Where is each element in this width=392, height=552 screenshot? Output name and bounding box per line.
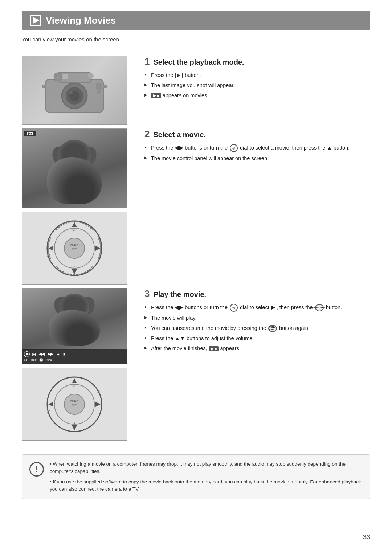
svg-rect-11	[103, 85, 107, 88]
page-title: Viewing Movies	[46, 15, 116, 26]
svg-text:MF: MF	[72, 384, 77, 388]
svg-text:MF: MF	[72, 228, 77, 232]
svg-text:M: M	[57, 76, 60, 79]
note-icon: !	[29, 462, 44, 477]
svg-rect-10	[42, 85, 46, 88]
svg-text:↗: ↗	[95, 232, 100, 238]
note-content: • When watching a movie on a computer, f…	[50, 461, 363, 493]
movie-rewind-icon: ⏮	[32, 352, 36, 356]
svg-text:⊙: ⊙	[73, 266, 76, 269]
step-2-row: ▶■ 2 Select a movie. Press the ◀▶ button…	[22, 128, 370, 208]
svg-marker-35	[72, 425, 77, 430]
movie-time-display: ⚙ 0'00" 🕐 19:43	[24, 358, 125, 363]
svg-point-6	[88, 73, 94, 79]
step-1-row: M 1 Select the playback mode. Press the …	[22, 56, 370, 125]
movie-settings-icon: ⚙	[24, 358, 28, 363]
svg-rect-8	[96, 83, 102, 90]
note-bullet-1: • When watching a movie on a computer, f…	[50, 461, 363, 475]
movie-badge-small: ▶■	[27, 132, 33, 135]
dial-row-2: FUNC SET ↙ ↗	[22, 368, 370, 441]
divider	[22, 48, 370, 48]
page: Viewing Movies You can view your movies …	[0, 0, 392, 552]
dial-image-1: FUNC SET	[22, 212, 127, 285]
step-2-extra-space	[134, 212, 370, 216]
step-1-bullet-3: ▶ ■ appears on movies.	[144, 92, 370, 99]
dial-row-1: FUNC SET	[22, 212, 370, 285]
play-icon-header	[30, 15, 41, 26]
step-3-bullet-1: Press the ◀▶ buttons or turn the ◎ dial …	[144, 304, 370, 312]
movie-time: 0'00"	[30, 358, 37, 362]
svg-point-9	[97, 90, 101, 94]
func-set-icon-step3a: FUNCSET	[315, 304, 324, 311]
dial-icon-step2: ◎	[230, 144, 238, 152]
step-1-bullets: Press the button. The last image you sho…	[144, 71, 370, 99]
step-2-bullets: Press the ◀▶ buttons or turn the ◎ dial …	[144, 144, 370, 162]
func-set-icon-step3b: FUNC SET	[268, 325, 277, 332]
movie-fastforward-icon: ⏭	[56, 352, 60, 356]
svg-text:◀: ◀	[50, 247, 53, 250]
movie-controls-buttons: ⏮ ◀◀ ▶▶ ⏭ ■	[24, 351, 125, 357]
svg-marker-36	[48, 402, 53, 407]
movie-stop-icon: ■	[63, 352, 66, 356]
note-box: ! • When watching a movie on a computer,…	[22, 454, 370, 499]
movie-controls-bar: ⏮ ◀◀ ▶▶ ⏭ ■ ⚙ 0'00" 🕐 19:43	[22, 349, 127, 364]
step-3-bullets: Press the ◀▶ buttons or turn the ◎ dial …	[144, 304, 370, 352]
step-3-row: ⏮ ◀◀ ▶▶ ⏭ ■ ⚙ 0'00" 🕐 19:43	[22, 288, 370, 364]
content-area: M 1 Select the playback mode. Press the …	[22, 56, 370, 444]
movie-overlay-badge: ▶■	[24, 131, 36, 136]
svg-text:SET: SET	[72, 404, 77, 406]
svg-marker-19	[72, 222, 77, 227]
svg-text:↙: ↙	[46, 252, 51, 258]
svg-marker-20	[72, 269, 77, 274]
step-1-title: 1 Select the playback mode.	[144, 56, 370, 67]
playback-button-icon	[175, 73, 183, 78]
movie-badge-end-icon: ▶ ■	[209, 346, 219, 351]
svg-text:↗: ↗	[95, 388, 100, 394]
dial-images-1: FUNC SET	[22, 212, 134, 285]
movie-playback-image: ⏮ ◀◀ ▶▶ ⏭ ■ ⚙ 0'00" 🕐 19:43	[22, 288, 127, 364]
step-1-bullet-1: Press the button.	[144, 71, 370, 79]
movie-badge-icon: ▶ ■	[151, 93, 161, 98]
svg-text:⊙: ⊙	[73, 422, 76, 425]
step-2-images: ▶■	[22, 128, 134, 208]
page-header: Viewing Movies	[22, 11, 370, 30]
step-1-content: 1 Select the playback mode. Press the bu…	[134, 56, 370, 102]
step-2-content: 2 Select a movie. Press the ◀▶ buttons o…	[134, 128, 370, 165]
svg-marker-37	[95, 402, 101, 407]
dial-images-2: FUNC SET ↙ ↗	[22, 368, 134, 441]
svg-point-4	[70, 91, 73, 94]
step-2-title: 2 Select a movie.	[144, 128, 370, 140]
step-1-bullet-2: The last image you shot will appear.	[144, 82, 370, 89]
step-1-images: M	[22, 56, 134, 125]
step-3-bullet-4: Press the ▲▼ buttons to adjust the volum…	[144, 335, 370, 342]
step-2-bullet-2: The movie control panel will appear on t…	[144, 155, 370, 162]
movie-next-frame-icon: ▶▶	[48, 352, 53, 356]
page-number: 33	[363, 533, 370, 541]
step-3-images: ⏮ ◀◀ ▶▶ ⏭ ■ ⚙ 0'00" 🕐 19:43	[22, 288, 134, 364]
svg-text:FUNC: FUNC	[70, 244, 78, 247]
step-3-bullet-3: You can pause/resume the movie by pressi…	[144, 324, 370, 332]
svg-text:↙: ↙	[46, 408, 51, 414]
svg-text:FUNC: FUNC	[70, 400, 78, 403]
dial-icon-step3a: ◎	[230, 304, 238, 312]
note-bullet-2: • If you use the supplied software to co…	[50, 478, 363, 493]
camera-image: M	[22, 56, 127, 125]
dial-image-2: FUNC SET ↙ ↗	[22, 368, 127, 441]
dog-image-1: ▶■	[22, 128, 127, 208]
step-3-content: 3 Play the movie. Press the ◀▶ buttons o…	[134, 288, 370, 355]
step-3-bullet-2: The movie will play.	[144, 314, 370, 322]
page-subtitle: You can view your movies on the screen.	[22, 36, 370, 42]
svg-text:SET: SET	[72, 248, 77, 250]
movie-clock-icon: 🕐	[39, 358, 43, 362]
svg-text:▶: ▶	[97, 247, 99, 250]
movie-clock: 19:43	[45, 358, 54, 362]
step-2-bullet-1: Press the ◀▶ buttons or turn the ◎ dial …	[144, 144, 370, 152]
step-3-title: 3 Play the movie.	[144, 288, 370, 299]
movie-prev-frame-icon: ◀◀	[39, 352, 45, 356]
svg-marker-34	[72, 378, 77, 383]
step-3-bullet-5: After the movie finishes, ▶ ■ appears.	[144, 345, 370, 352]
movie-play-ctrl-icon	[24, 351, 30, 357]
